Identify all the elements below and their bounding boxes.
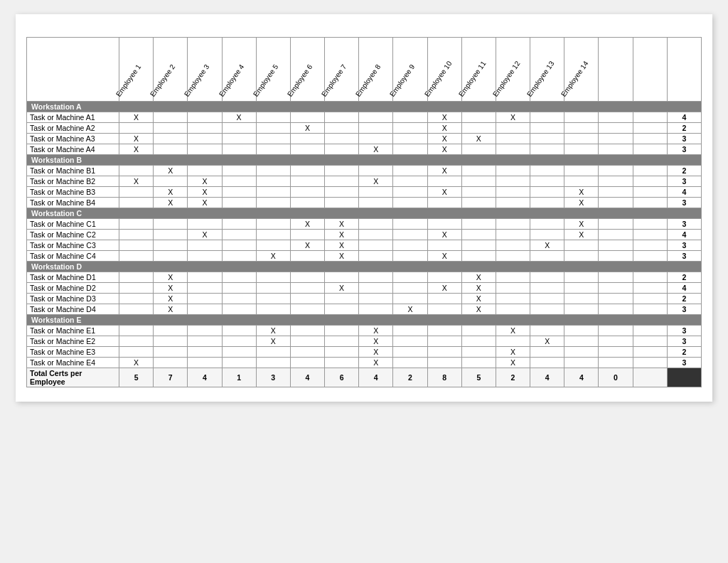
mark-cell — [325, 144, 359, 155]
mark-cell — [496, 144, 530, 155]
mark-cell — [461, 336, 496, 347]
mark-cell — [564, 272, 599, 283]
mark-cell: X — [427, 230, 461, 240]
mark-cell — [530, 294, 564, 304]
mark-cell: X — [290, 240, 324, 251]
total-value: 4 — [290, 368, 324, 387]
workstation-row-2: Workstation B — [27, 155, 702, 166]
task-count: 3 — [667, 219, 701, 230]
mark-cell — [564, 251, 599, 262]
mark-cell — [325, 294, 359, 304]
mark-cell — [633, 251, 667, 262]
mark-cell — [599, 294, 633, 304]
mark-cell: X — [359, 347, 393, 358]
mark-cell — [393, 198, 427, 208]
mark-cell — [564, 240, 599, 251]
mark-cell — [154, 144, 188, 155]
mark-cell — [359, 123, 393, 134]
mark-cell — [119, 166, 154, 176]
total-value: 4 — [359, 368, 393, 387]
mark-cell: X — [564, 219, 599, 230]
mark-cell — [222, 230, 256, 240]
mark-cell — [599, 176, 633, 187]
mark-cell — [188, 336, 222, 347]
mark-cell: X — [461, 272, 496, 283]
task-row: Task or Machine C4XXX3 — [27, 251, 702, 262]
mark-cell — [256, 187, 290, 198]
mark-cell — [599, 166, 633, 176]
mark-cell: X — [222, 112, 256, 123]
mark-cell — [461, 112, 496, 123]
mark-cell — [188, 134, 222, 144]
task-count: 4 — [667, 187, 701, 198]
mark-cell — [393, 134, 427, 144]
employee-header-9: Employee 9 — [393, 38, 427, 102]
mark-cell — [564, 304, 599, 315]
mark-cell — [256, 166, 290, 176]
mark-cell — [393, 230, 427, 240]
mark-cell — [633, 187, 667, 198]
mark-cell — [564, 326, 599, 336]
mark-cell — [256, 144, 290, 155]
employee-header-14: Employee 14 — [564, 38, 599, 102]
mark-cell — [256, 123, 290, 134]
mark-cell — [393, 144, 427, 155]
mark-cell: X — [154, 272, 188, 283]
task-row: Task or Machine C2XXXX4 — [27, 230, 702, 240]
totals-row: Total Certs per Employee574134642852440 — [27, 368, 702, 387]
mark-cell — [496, 272, 530, 283]
mark-cell — [633, 240, 667, 251]
mark-cell — [359, 198, 393, 208]
task-name: Task or Machine D3 — [27, 294, 119, 304]
total-value: 8 — [427, 368, 461, 387]
mark-cell: X — [496, 326, 530, 336]
mark-cell — [599, 304, 633, 315]
total-value: 4 — [530, 368, 564, 387]
mark-cell: X — [496, 347, 530, 358]
mark-cell: X — [256, 251, 290, 262]
task-count: 3 — [667, 198, 701, 208]
mark-cell: X — [325, 230, 359, 240]
mark-cell — [393, 358, 427, 368]
mark-cell — [633, 166, 667, 176]
mark-cell — [599, 123, 633, 134]
total-last-cell — [667, 368, 701, 387]
mark-cell — [154, 240, 188, 251]
mark-cell — [393, 112, 427, 123]
mark-cell: X — [461, 294, 496, 304]
mark-cell — [461, 326, 496, 336]
task-row: Task or Machine E3XX2 — [27, 347, 702, 358]
mark-cell — [359, 166, 393, 176]
mark-cell: X — [119, 134, 154, 144]
mark-cell: X — [359, 144, 393, 155]
task-name: Task or Machine B4 — [27, 198, 119, 208]
mark-cell: X — [188, 230, 222, 240]
mark-cell — [599, 283, 633, 294]
mark-cell: X — [154, 283, 188, 294]
mark-cell — [393, 294, 427, 304]
mark-cell — [256, 240, 290, 251]
task-name: Task or Machine D2 — [27, 283, 119, 294]
mark-cell — [427, 326, 461, 336]
total-value: 6 — [325, 368, 359, 387]
mark-cell — [222, 176, 256, 187]
mark-cell — [633, 198, 667, 208]
mark-cell: X — [427, 112, 461, 123]
mark-cell — [188, 123, 222, 134]
mark-cell — [119, 283, 154, 294]
mark-cell — [530, 251, 564, 262]
mark-cell: X — [154, 166, 188, 176]
mark-cell — [599, 219, 633, 230]
task-row: Task or Machine D4XXX3 — [27, 304, 702, 315]
task-row: Task or Machine A3XXX3 — [27, 134, 702, 144]
mark-cell — [222, 144, 256, 155]
mark-cell — [222, 336, 256, 347]
mark-cell: X — [188, 198, 222, 208]
mark-cell — [393, 326, 427, 336]
task-name: Task or Machine C2 — [27, 230, 119, 240]
mark-cell — [564, 112, 599, 123]
mark-cell — [461, 230, 496, 240]
task-count: 4 — [667, 283, 701, 294]
task-row: Task or Machine B3XXXX4 — [27, 187, 702, 198]
employee-header-13: Employee 13 — [530, 38, 564, 102]
